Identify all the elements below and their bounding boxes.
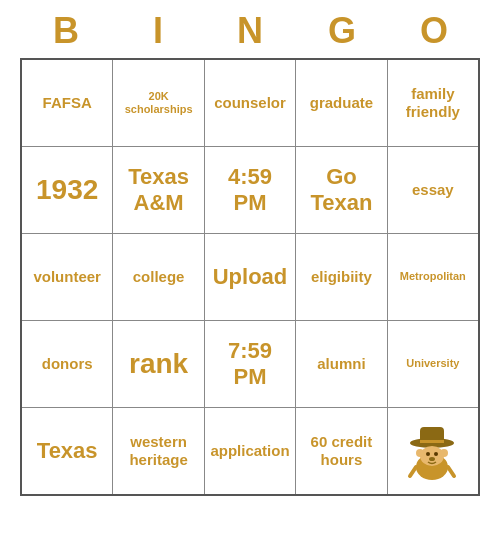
bingo-cell: Texas A&M (113, 147, 204, 233)
bingo-cell: Upload (205, 234, 296, 320)
bingo-cell: western heritage (113, 408, 204, 494)
svg-rect-2 (420, 440, 444, 443)
bingo-cell: Texas (22, 408, 113, 494)
bingo-cell: volunteer (22, 234, 113, 320)
bingo-row: 1932Texas A&M4:59 PMGo Texanessay (22, 147, 478, 234)
svg-point-9 (429, 457, 435, 461)
svg-line-11 (448, 467, 454, 476)
bingo-cell: eligibiity (296, 234, 387, 320)
bingo-cell: 1932 (22, 147, 113, 233)
bingo-cell: application (205, 408, 296, 494)
bingo-cell: essay (388, 147, 478, 233)
svg-line-10 (410, 467, 416, 476)
letter-n: N (210, 10, 290, 52)
bingo-cell: FAFSA (22, 60, 113, 146)
bingo-row: donorsrank7:59 PMalumniUniversity (22, 321, 478, 408)
bingo-cell: 7:59 PM (205, 321, 296, 407)
svg-point-6 (440, 449, 448, 457)
bingo-cell: rank (113, 321, 204, 407)
bingo-cell (388, 408, 478, 494)
bingo-grid: FAFSA20K scholarshipscounselorgraduatefa… (20, 58, 480, 496)
letter-g: G (302, 10, 382, 52)
bingo-cell: 4:59 PM (205, 147, 296, 233)
svg-point-8 (434, 452, 438, 456)
bingo-cell: alumni (296, 321, 387, 407)
letter-b: B (26, 10, 106, 52)
letter-o: O (394, 10, 474, 52)
bingo-cell: Metropolitan (388, 234, 478, 320)
bingo-header: B I N G O (20, 0, 480, 58)
bingo-cell: college (113, 234, 204, 320)
bingo-row: FAFSA20K scholarshipscounselorgraduatefa… (22, 60, 478, 147)
bingo-cell: Go Texan (296, 147, 387, 233)
bingo-cell: counselor (205, 60, 296, 146)
bingo-cell: graduate (296, 60, 387, 146)
bingo-cell: donors (22, 321, 113, 407)
bingo-cell: University (388, 321, 478, 407)
bingo-row: Texaswestern heritageapplication60 credi… (22, 408, 478, 494)
svg-point-5 (416, 449, 424, 457)
bingo-cell: 60 credit hours (296, 408, 387, 494)
bingo-row: volunteercollegeUploadeligibiityMetropol… (22, 234, 478, 321)
bingo-cell: family friendly (388, 60, 478, 146)
bingo-cell: 20K scholarships (113, 60, 204, 146)
letter-i: I (118, 10, 198, 52)
svg-point-7 (426, 452, 430, 456)
